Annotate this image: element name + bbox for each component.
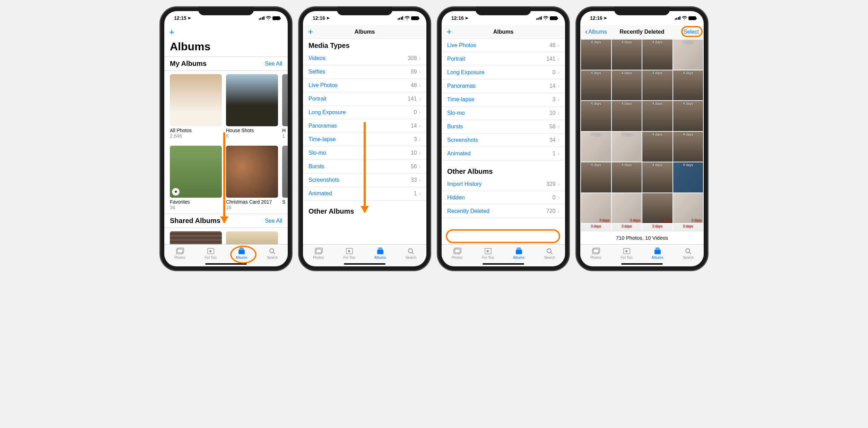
photo-cell[interactable]: 3 days — [612, 224, 642, 231]
section-title-other-albums: Other Albums — [442, 161, 565, 178]
photo-cell[interactable]: 4 days — [642, 162, 672, 192]
wifi-icon — [405, 16, 410, 20]
photo-cell[interactable]: 4 days — [673, 162, 703, 192]
album-item[interactable]: S — [282, 146, 288, 210]
see-all-link[interactable]: See All — [265, 61, 282, 67]
chevron-right-icon: › — [558, 42, 559, 49]
add-button[interactable]: + — [169, 27, 190, 37]
tab-search[interactable]: Search — [673, 245, 704, 262]
photo-cell[interactable]: 3 days — [673, 193, 703, 223]
photo-cell[interactable]: 4 days — [612, 132, 642, 162]
home-indicator[interactable] — [483, 263, 524, 265]
album-thumb — [226, 231, 278, 244]
list-row[interactable]: Hidden 0 › — [442, 191, 565, 205]
list-row[interactable]: Panoramas 14 › — [303, 119, 426, 133]
tab-search[interactable]: Search — [396, 245, 426, 262]
tab-for-you[interactable]: For You — [334, 245, 365, 262]
photo-cell[interactable]: 4 days — [642, 132, 672, 162]
list-row[interactable]: Bursts 56 › — [442, 120, 565, 134]
tab-for-you[interactable]: For You — [611, 245, 642, 262]
photo-cell[interactable]: 4 days — [642, 101, 672, 131]
content[interactable]: 4 days 4 days 4 days 4 days 4 days 4 day… — [580, 39, 704, 244]
photo-cell[interactable]: 3 days — [612, 193, 642, 223]
tab-photos[interactable]: Photos — [164, 245, 195, 262]
list-row[interactable]: Slo-mo 10 › — [442, 106, 565, 120]
tab-photos[interactable]: Photos — [442, 245, 472, 262]
add-button[interactable]: + — [446, 26, 467, 37]
photo-cell[interactable]: 3 days — [642, 224, 672, 231]
tab-for-you[interactable]: For You — [472, 245, 503, 262]
album-item[interactable]: H 1 — [282, 74, 288, 139]
list-row[interactable]: Screenshots 33 › — [303, 173, 426, 187]
list-row[interactable]: Panoramas 14 › — [442, 79, 565, 93]
list-row[interactable]: Portrait 141 › — [303, 92, 426, 106]
photo-cell[interactable]: 4 days — [581, 132, 611, 162]
tab-for-you[interactable]: For You — [195, 245, 226, 262]
album-item[interactable]: All Photos 2,646 — [170, 74, 222, 139]
album-item[interactable]: ♥ Favorites 34 — [170, 146, 222, 210]
home-indicator[interactable] — [205, 263, 247, 265]
for-you-icon — [622, 247, 631, 255]
album-item[interactable]: Christmas Card 2017 16 — [226, 146, 278, 210]
photo-cell[interactable]: 4 days — [581, 101, 611, 131]
list-row[interactable]: Screenshots 34 › — [442, 134, 565, 147]
back-button[interactable]: ‹ Albums — [585, 27, 613, 36]
list-row-label: Long Exposure — [447, 69, 485, 76]
photo-cell[interactable]: 4 days — [673, 70, 703, 101]
tab-search[interactable]: Search — [534, 245, 565, 262]
tab-albums[interactable]: Albums — [642, 245, 673, 262]
photo-cell[interactable]: 3 days — [673, 224, 703, 231]
home-indicator[interactable] — [621, 263, 663, 265]
photo-cell[interactable]: 4 days — [642, 70, 672, 101]
days-remaining-label: 4 days — [642, 71, 672, 75]
photo-cell[interactable]: 4 days — [673, 132, 703, 162]
photo-cell[interactable]: 4 days — [642, 40, 672, 70]
list-row[interactable]: Import History 329 › — [442, 178, 565, 191]
photo-cell[interactable]: 3 days — [581, 224, 611, 231]
tab-search[interactable]: Search — [257, 245, 288, 262]
add-button[interactable]: + — [308, 26, 329, 37]
list-row[interactable]: Time-lapse 3 › — [442, 93, 565, 106]
content[interactable]: Media Types Videos 308 › Selfies 89 › Li… — [303, 39, 426, 244]
tab-albums[interactable]: Albums — [503, 245, 534, 262]
tab-albums[interactable]: Albums — [365, 245, 396, 262]
album-item[interactable]: House Shots 6 — [226, 74, 278, 139]
list-row[interactable]: Time-lapse 3 › — [303, 133, 426, 146]
photo-cell[interactable]: 4 days — [612, 70, 642, 101]
list-row[interactable]: Animated 1 › — [303, 187, 426, 200]
list-row[interactable]: Long Exposure 0 › — [442, 66, 565, 79]
svg-rect-3 — [238, 250, 245, 254]
list-row[interactable]: Recently Deleted 720 › — [442, 205, 565, 218]
phone-4: 12:16 ➤ ‹ Albums Recently Deleted Select — [576, 7, 708, 271]
photo-cell[interactable]: 4 days — [581, 70, 611, 101]
list-row[interactable]: Selfies 89 › — [303, 65, 426, 79]
home-indicator[interactable] — [344, 263, 385, 265]
tab-albums[interactable]: Albums — [226, 245, 257, 262]
list-row[interactable]: Videos 308 › — [303, 52, 426, 65]
list-row[interactable]: Bursts 56 › — [303, 160, 426, 173]
tab-photos[interactable]: Photos — [303, 245, 334, 262]
photo-cell[interactable]: 4 days — [612, 40, 642, 70]
chevron-right-icon: › — [558, 181, 559, 187]
list-row[interactable]: Portrait 141 › — [442, 52, 565, 66]
photo-cell[interactable]: 3 days — [581, 193, 611, 223]
list-row[interactable]: Animated 1 › — [442, 147, 565, 161]
photo-cell[interactable]: 4 days — [673, 101, 703, 131]
album-item[interactable] — [226, 231, 278, 244]
album-item[interactable] — [170, 231, 222, 244]
content[interactable]: Albums My Albums See All All Photos 2,64… — [164, 39, 288, 244]
photo-cell[interactable]: 4 days — [612, 101, 642, 131]
photo-cell[interactable]: 4 days — [581, 40, 611, 70]
select-button[interactable]: Select — [684, 29, 699, 35]
list-row[interactable]: Live Photos 48 › — [303, 79, 426, 92]
photo-cell[interactable]: 4 days — [673, 40, 703, 70]
list-row[interactable]: Live Photos 48 › — [442, 39, 565, 52]
photo-cell[interactable]: 3 days — [642, 193, 672, 223]
photo-cell[interactable]: 4 days — [612, 162, 642, 192]
content[interactable]: Live Photos 48 › Portrait 141 › Long Exp… — [442, 39, 565, 244]
list-row[interactable]: Slo-mo 10 › — [303, 146, 426, 160]
photo-cell[interactable]: 4 days — [581, 162, 611, 192]
see-all-link[interactable]: See All — [265, 218, 282, 224]
list-row[interactable]: Long Exposure 0 › — [303, 106, 426, 119]
tab-photos[interactable]: Photos — [580, 245, 611, 262]
